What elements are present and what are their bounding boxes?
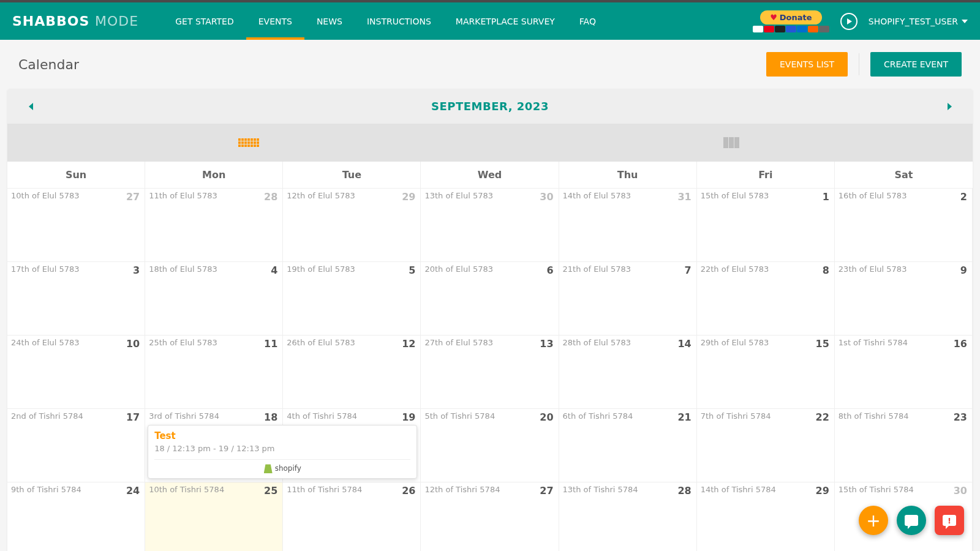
play-icon[interactable] bbox=[840, 13, 858, 30]
day-header: Sat bbox=[835, 162, 973, 188]
calendar-cell[interactable]: 10th of Elul 578327 bbox=[7, 188, 145, 261]
calendar-cell[interactable]: 10th of Tishri 578425 bbox=[145, 482, 283, 551]
day-number: 4 bbox=[271, 264, 277, 276]
event-time: 18 / 12:13 pm - 19 / 12:13 pm bbox=[154, 444, 410, 453]
hebrew-date: 10th of Tishri 5784 bbox=[149, 485, 224, 494]
app-header: SHABBOS MODE GET STARTEDEVENTSNEWSINSTRU… bbox=[0, 2, 980, 40]
day-number: 25 bbox=[264, 485, 277, 497]
next-month-button[interactable] bbox=[943, 100, 956, 113]
calendar-cell[interactable]: 29th of Elul 578315 bbox=[697, 335, 835, 408]
chat-fab[interactable] bbox=[897, 506, 926, 535]
calendar-cell[interactable]: 1st of Tishri 578416 bbox=[835, 335, 973, 408]
calendar-cell[interactable]: 24th of Elul 578310 bbox=[7, 335, 145, 408]
day-number: 22 bbox=[816, 411, 829, 423]
day-number: 28 bbox=[677, 485, 691, 497]
add-fab[interactable]: + bbox=[859, 506, 888, 535]
day-number: 10 bbox=[126, 338, 140, 350]
calendar-cell[interactable]: 28th of Elul 578314 bbox=[559, 335, 697, 408]
calendar-cell[interactable]: 3rd of Tishri 578418Test18 / 12:13 pm - … bbox=[145, 408, 283, 482]
calendar-cell[interactable]: 11th of Tishri 578426 bbox=[283, 482, 421, 551]
prev-month-button[interactable] bbox=[24, 100, 37, 113]
month-view-button[interactable] bbox=[7, 124, 490, 162]
create-event-button[interactable]: CREATE EVENT bbox=[870, 52, 962, 77]
calendar-cell[interactable]: 2nd of Tishri 578417 bbox=[7, 408, 145, 482]
user-name: SHOPIFY_TEST_USER bbox=[869, 17, 958, 26]
hebrew-date: 26th of Elul 5783 bbox=[287, 338, 355, 347]
day-number: 31 bbox=[677, 191, 691, 203]
calendar-cell[interactable]: 14th of Elul 578331 bbox=[559, 188, 697, 261]
fab-row: + bbox=[859, 506, 964, 535]
calendar-cell[interactable]: 20th of Elul 57836 bbox=[421, 261, 559, 335]
card-icon bbox=[775, 26, 785, 32]
nav-news[interactable]: NEWS bbox=[304, 2, 355, 40]
nav-marketplace-survey[interactable]: MARKETPLACE SURVEY bbox=[443, 2, 567, 40]
hebrew-date: 23th of Elul 5783 bbox=[839, 264, 907, 274]
hebrew-date: 11th of Tishri 5784 bbox=[287, 485, 362, 494]
hebrew-date: 7th of Tishri 5784 bbox=[701, 411, 771, 421]
day-headers: SunMonTueWedThuFriSat bbox=[7, 162, 973, 188]
hebrew-date: 27th of Elul 5783 bbox=[424, 338, 493, 347]
calendar-cell[interactable]: 13th of Tishri 578428 bbox=[559, 482, 697, 551]
day-number: 17 bbox=[126, 411, 140, 423]
week-view-button[interactable] bbox=[490, 124, 973, 162]
nav-instructions[interactable]: INSTRUCTIONS bbox=[355, 2, 443, 40]
card-icon bbox=[786, 26, 796, 32]
day-number: 3 bbox=[133, 264, 140, 276]
main-nav: GET STARTEDEVENTSNEWSINSTRUCTIONSMARKETP… bbox=[163, 2, 608, 40]
hebrew-date: 10th of Elul 5783 bbox=[11, 191, 80, 200]
day-number: 15 bbox=[816, 338, 829, 350]
brand-logo[interactable]: SHABBOS MODE bbox=[12, 13, 138, 29]
donate-button[interactable]: ♥ Donate bbox=[760, 10, 821, 24]
card-icon bbox=[808, 26, 818, 32]
month-label[interactable]: SEPTEMBER, 2023 bbox=[37, 100, 943, 113]
brand-sub: MODE bbox=[95, 13, 138, 29]
calendar-cell[interactable]: 5th of Tishri 578420 bbox=[421, 408, 559, 482]
day-number: 29 bbox=[816, 485, 829, 497]
hebrew-date: 17th of Elul 5783 bbox=[11, 264, 80, 274]
header-right: ♥ Donate SHOPIFY_TEST_USER bbox=[753, 10, 968, 32]
calendar-cell[interactable]: 23th of Elul 57839 bbox=[835, 261, 973, 335]
events-list-button[interactable]: EVENTS LIST bbox=[766, 52, 848, 77]
day-header: Sun bbox=[7, 162, 145, 188]
calendar-cell[interactable]: 16th of Elul 57832 bbox=[835, 188, 973, 261]
feedback-fab[interactable] bbox=[935, 506, 964, 535]
calendar-cell[interactable]: 12th of Tishri 578427 bbox=[421, 482, 559, 551]
day-number: 19 bbox=[402, 411, 415, 423]
calendar-cell[interactable]: 19th of Elul 57835 bbox=[283, 261, 421, 335]
calendar-cell[interactable]: 15th of Elul 57831 bbox=[697, 188, 835, 261]
day-number: 1 bbox=[823, 191, 829, 203]
day-number: 2 bbox=[960, 191, 967, 203]
calendar-cell[interactable]: 17th of Elul 57833 bbox=[7, 261, 145, 335]
calendar-cell[interactable]: 14th of Tishri 578429 bbox=[697, 482, 835, 551]
hebrew-date: 12th of Tishri 5784 bbox=[424, 485, 500, 494]
calendar-cell[interactable]: 7th of Tishri 578422 bbox=[697, 408, 835, 482]
calendar-cell[interactable]: 12th of Elul 578329 bbox=[283, 188, 421, 261]
day-number: 30 bbox=[540, 191, 553, 203]
hebrew-date: 9th of Tishri 5784 bbox=[11, 485, 81, 494]
nav-faq[interactable]: FAQ bbox=[567, 2, 608, 40]
calendar-cell[interactable]: 9th of Tishri 578424 bbox=[7, 482, 145, 551]
calendar-cell[interactable]: 26th of Elul 578312 bbox=[283, 335, 421, 408]
hebrew-date: 13th of Elul 5783 bbox=[424, 191, 493, 200]
nav-get-started[interactable]: GET STARTED bbox=[163, 2, 246, 40]
day-number: 8 bbox=[823, 264, 829, 276]
event-card[interactable]: Test18 / 12:13 pm - 19 / 12:13 pmshopify bbox=[148, 425, 417, 479]
day-number: 11 bbox=[264, 338, 277, 350]
chevron-down-icon bbox=[962, 20, 968, 23]
user-menu[interactable]: SHOPIFY_TEST_USER bbox=[869, 17, 968, 26]
calendar-cell[interactable]: 11th of Elul 578328 bbox=[145, 188, 283, 261]
hebrew-date: 19th of Elul 5783 bbox=[287, 264, 355, 274]
nav-events[interactable]: EVENTS bbox=[246, 2, 304, 40]
hebrew-date: 12th of Elul 5783 bbox=[287, 191, 355, 200]
calendar-cell[interactable]: 6th of Tishri 578421 bbox=[559, 408, 697, 482]
calendar-cell[interactable]: 13th of Elul 578330 bbox=[421, 188, 559, 261]
calendar-cell[interactable]: 21th of Elul 57837 bbox=[559, 261, 697, 335]
calendar-cell[interactable]: 22th of Elul 57838 bbox=[697, 261, 835, 335]
calendar-cell[interactable]: 25th of Elul 578311 bbox=[145, 335, 283, 408]
calendar-cell[interactable]: 8th of Tishri 578423 bbox=[835, 408, 973, 482]
calendar-cell[interactable]: 27th of Elul 578313 bbox=[421, 335, 559, 408]
day-number: 29 bbox=[402, 191, 415, 203]
hebrew-date: 15th of Tishri 5784 bbox=[839, 485, 914, 494]
calendar-cell[interactable]: 18th of Elul 57834 bbox=[145, 261, 283, 335]
divider bbox=[859, 53, 859, 75]
